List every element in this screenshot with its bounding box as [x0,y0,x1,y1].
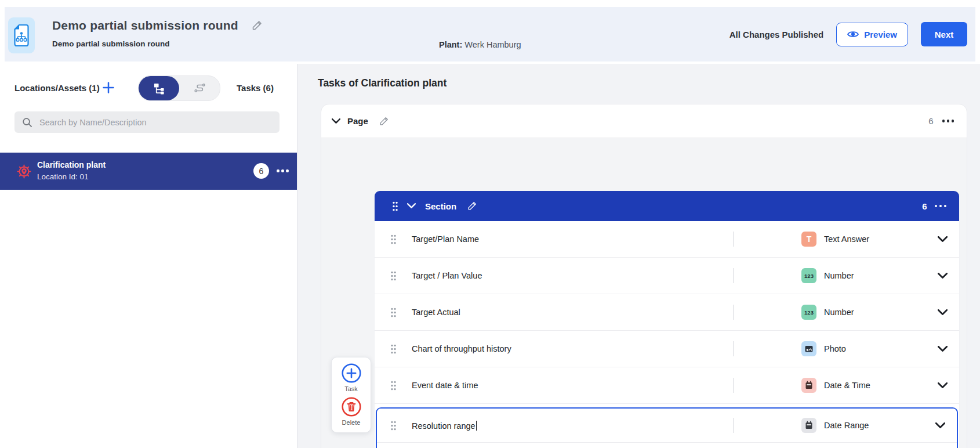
plant-label: Plant: [439,40,462,49]
flow-view-icon [193,82,206,94]
answer-type-label: Photo [824,344,846,353]
row-drag-handle-icon[interactable] [390,234,397,244]
answer-type-label: Text Answer [824,234,869,244]
page-item-count: 6 [928,116,933,126]
answer-type-chevron-icon[interactable] [938,273,948,279]
plus-icon [102,81,115,94]
answer-type-chevron-icon[interactable] [938,346,948,352]
task-name-editing[interactable]: Resolution range [412,421,477,431]
tree-view-icon [153,82,165,95]
tasks-content: Tasks of Clarification plant Page 6 [297,64,980,448]
plant-value: Werk Hamburg [464,40,521,49]
answer-type-label: Number [824,308,854,317]
search-icon [22,117,32,128]
round-title: Demo partial submission round [52,19,238,32]
gear-pin-icon [16,164,32,179]
plus-circle-icon [341,363,362,384]
answer-type-chip: 123 [801,268,816,283]
round-doc-icon [8,17,35,53]
row-drag-handle-icon[interactable] [390,344,397,354]
add-task-button[interactable]: Task [341,363,362,392]
task-name: Chart of throughput history [412,344,511,353]
task-name: Event date & time [412,381,478,390]
section-drag-handle-icon[interactable] [392,201,398,211]
edit-title-icon[interactable] [251,20,263,31]
row-drag-handle-icon[interactable] [390,271,397,281]
location-search [14,111,280,133]
section-label: Section [425,201,456,211]
text-caret [476,421,477,431]
row-divider [733,341,734,356]
flow-view-toggle[interactable] [179,76,220,100]
photo-chip [801,341,816,356]
task-row[interactable]: Target/Plan Name T Text Answer [375,221,959,258]
selected-task-card: Resolution range Date Range [376,407,958,448]
page-label: Page [347,116,368,126]
task-row[interactable]: Event date & time Date & Time [375,367,959,404]
tree-view-toggle[interactable] [139,76,179,100]
row-drag-handle-icon[interactable] [390,308,397,317]
section-item-count: 6 [922,201,927,211]
location-menu-icon[interactable] [277,169,289,172]
add-location-button[interactable] [102,81,115,94]
plant-info: Plant: Werk Hamburg [439,40,521,49]
delete-task-button[interactable]: Delete [341,396,362,426]
required-option-row: Required [377,443,957,448]
locations-sidebar: Locations/Assets (1) [0,64,297,448]
page-menu-icon[interactable] [942,120,954,122]
next-button[interactable]: Next [921,22,967,46]
section-menu-icon[interactable] [935,205,947,208]
task-name: Target / Plan Value [412,271,482,280]
task-row[interactable]: Target Actual 123 Number [375,294,959,331]
task-row[interactable]: Target / Plan Value 123 Number [375,258,959,294]
row-drag-handle-icon[interactable] [390,421,397,431]
answer-type-chevron-icon[interactable] [938,236,948,243]
task-name: Target/Plan Name [412,234,479,244]
tasks-count-label: Tasks (6) [237,83,274,93]
delete-button-label: Delete [342,419,361,426]
document-tree-icon [13,24,30,47]
view-toggle [138,75,220,101]
answer-type-label: Number [824,271,854,280]
app-header: Demo partial submission round Demo parti… [5,7,975,62]
answer-type-label: Date Range [824,421,869,430]
edit-page-icon[interactable] [379,116,389,127]
tasks-heading: Tasks of Clarification plant [318,77,447,89]
page-body: Section 6 Target/Pla [321,138,967,448]
row-drag-handle-icon[interactable] [390,381,397,391]
task-name: Target Actual [412,308,460,317]
page-card: Page 6 [321,104,967,448]
answer-type-chevron-icon[interactable] [938,309,948,316]
answer-type-label: Date & Time [824,381,870,390]
section-card: Section 6 Target/Pla [375,191,959,448]
row-divider [733,232,734,247]
section-header: Section 6 [375,191,959,221]
location-task-count-badge: 6 [253,163,269,179]
date-range-chip [801,418,816,433]
trash-circle-icon [341,396,362,417]
row-divider [733,268,734,283]
answer-type-chevron-icon[interactable] [938,382,948,389]
eye-icon [847,30,859,38]
answer-type-chip: 123 [801,305,816,320]
page-collapse-chevron-icon[interactable] [332,118,340,124]
preview-button-label: Preview [864,30,897,39]
task-row-selected[interactable]: Resolution range Date Range [377,409,957,443]
answer-type-chevron-icon[interactable] [935,422,945,429]
row-divider [733,378,734,393]
location-id: Location Id: 01 [37,172,89,181]
search-input[interactable] [38,117,280,128]
round-subtitle: Demo partial submission round [52,39,170,48]
preview-button[interactable]: Preview [836,23,908,46]
location-item-clarification-plant[interactable]: Clarification plant Location Id: 01 6 [0,153,297,190]
floating-action-panel: Task Delete [331,357,371,433]
answer-type-chip: T [801,232,816,247]
section-collapse-chevron-icon[interactable] [407,203,416,209]
row-divider [733,305,734,320]
publish-status: All Changes Published [729,30,824,39]
section-rows: Target/Plan Name T Text Answer Target / … [375,221,959,448]
task-button-label: Task [344,385,358,392]
edit-section-icon[interactable] [467,201,477,211]
task-row[interactable]: Chart of throughput history Photo [375,331,959,367]
row-divider [733,418,734,433]
